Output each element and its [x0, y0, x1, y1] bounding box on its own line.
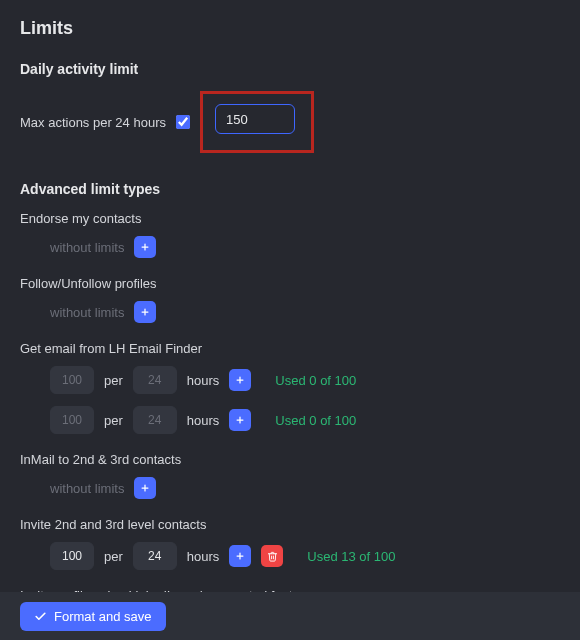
limit-per-input[interactable] [133, 406, 177, 434]
page-title: Limits [20, 18, 560, 39]
daily-limit-row: Max actions per 24 hours [20, 91, 560, 153]
limit-per-input[interactable] [133, 542, 177, 570]
limit-group: InMail to 2nd & 3rd contactswithout limi… [20, 452, 560, 499]
limit-row: without limits [20, 301, 560, 323]
check-icon [34, 610, 47, 623]
plus-icon [140, 307, 150, 317]
limit-group: Endorse my contactswithout limits [20, 211, 560, 258]
limit-group-title: Endorse my contacts [20, 211, 560, 226]
without-limits-label: without limits [50, 481, 124, 496]
limit-per-input[interactable] [133, 366, 177, 394]
without-limits-label: without limits [50, 240, 124, 255]
advanced-section-title: Advanced limit types [20, 181, 560, 197]
limit-group-title: Follow/Unfollow profiles [20, 276, 560, 291]
limit-row: perhoursUsed 13 of 100 [20, 542, 560, 570]
limit-group-title: InMail to 2nd & 3rd contacts [20, 452, 560, 467]
trash-icon [267, 551, 278, 562]
add-limit-button[interactable] [134, 477, 156, 499]
daily-limit-input[interactable] [215, 104, 295, 134]
limit-row: perhoursUsed 0 of 100 [20, 406, 560, 434]
limit-group: Get email from LH Email FinderperhoursUs… [20, 341, 560, 434]
limit-count-input[interactable] [50, 406, 94, 434]
used-status: Used 0 of 100 [275, 413, 356, 428]
daily-limit-label: Max actions per 24 hours [20, 115, 166, 130]
format-and-save-button[interactable]: Format and save [20, 602, 166, 631]
add-limit-button[interactable] [229, 369, 251, 391]
hours-label: hours [187, 373, 220, 388]
hours-label: hours [187, 549, 220, 564]
per-label: per [104, 549, 123, 564]
add-limit-button[interactable] [229, 545, 251, 567]
daily-section-title: Daily activity limit [20, 61, 560, 77]
plus-icon [235, 415, 245, 425]
limit-row: without limits [20, 236, 560, 258]
hours-label: hours [187, 413, 220, 428]
add-limit-button[interactable] [229, 409, 251, 431]
used-status: Used 0 of 100 [275, 373, 356, 388]
used-status: Used 13 of 100 [307, 549, 395, 564]
limit-group-title: Invite 2nd and 3rd level contacts [20, 517, 560, 532]
limit-group: Follow/Unfollow profileswithout limits [20, 276, 560, 323]
per-label: per [104, 373, 123, 388]
limit-row: without limits [20, 477, 560, 499]
limit-count-input[interactable] [50, 366, 94, 394]
highlight-box [200, 91, 314, 153]
plus-icon [235, 551, 245, 561]
plus-icon [140, 483, 150, 493]
add-limit-button[interactable] [134, 236, 156, 258]
footer-bar: Format and save [0, 592, 580, 640]
add-limit-button[interactable] [134, 301, 156, 323]
delete-limit-button[interactable] [261, 545, 283, 567]
save-button-label: Format and save [54, 609, 152, 624]
limit-row: perhoursUsed 0 of 100 [20, 366, 560, 394]
plus-icon [140, 242, 150, 252]
limit-group-title: Get email from LH Email Finder [20, 341, 560, 356]
limit-group: Invite 2nd and 3rd level contactsperhour… [20, 517, 560, 570]
limit-count-input[interactable] [50, 542, 94, 570]
daily-limit-checkbox[interactable] [176, 115, 190, 129]
per-label: per [104, 413, 123, 428]
without-limits-label: without limits [50, 305, 124, 320]
plus-icon [235, 375, 245, 385]
